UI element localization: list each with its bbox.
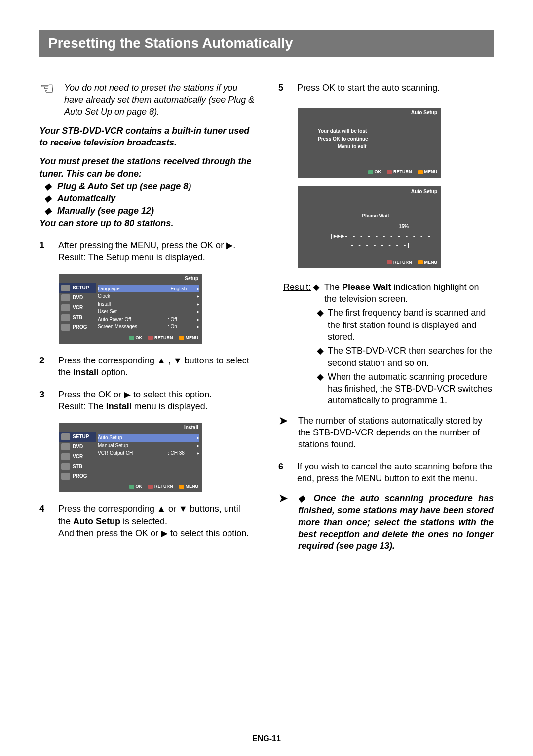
osd-header: Auto Setup: [298, 108, 441, 117]
gear-icon: [61, 285, 70, 291]
result-first: The Please Wait indication highlight on …: [324, 281, 494, 305]
step-1-line: After pressing the MENU, press the OK or…: [58, 240, 235, 250]
osd-side-vcr: VCR: [59, 303, 96, 313]
stb-icon: [61, 463, 70, 470]
result-text: The Setup menu is displayed.: [86, 252, 205, 262]
note-text: The number of stations automatically sto…: [298, 415, 494, 451]
osd-side-prog: PROG: [59, 323, 96, 332]
step-5: 5 Press OK to start the auto scanning.: [278, 82, 494, 94]
as-line: Press OK to continue: [318, 135, 433, 143]
osd-footer: OK RETURN MENU: [298, 167, 441, 178]
step-6: 6 If you wish to cancel the auto scannin…: [278, 461, 494, 485]
osd-sidebar: SETUP DVD VCR STB PROG: [59, 283, 96, 333]
step-number: 5: [278, 82, 288, 94]
right-column: 5 Press OK to start the auto scanning. A…: [278, 82, 494, 552]
stb-icon: [61, 314, 70, 321]
result-label: Result:: [283, 281, 311, 305]
result-label: Result:: [58, 252, 86, 262]
step-number: 6: [278, 461, 288, 485]
result-list: The first frequency band is scanned and …: [278, 307, 494, 406]
prog-icon: [61, 324, 70, 331]
osd-footer: RETURN MENU: [298, 257, 441, 268]
return-hint: RETURN: [148, 335, 173, 341]
osd-setup-screen: Setup SETUP DVD VCR STB PROG Language: E…: [59, 274, 202, 344]
vcr-icon: [61, 453, 70, 460]
result-item: The first frequency band is scanned and …: [317, 307, 494, 343]
osd-autosetup-progress: Auto Setup Please Wait 15% |▶▶▶- - - - -…: [298, 186, 441, 268]
result-item: The STB-DVD-VCR then searches for the se…: [317, 345, 494, 369]
method-item: Plug & Auto Set up (see page 8): [57, 180, 255, 192]
final-note-text: Once the auto scanning procedure has fin…: [298, 493, 494, 551]
after-result-note: ➤ The number of stations automatically s…: [278, 415, 494, 451]
result-item: When the automatic scanning procedure ha…: [317, 371, 494, 407]
step-2: 2 Press the corresponding ▲ , ▼ buttons …: [39, 355, 255, 379]
progress-percent: 15%: [318, 223, 433, 231]
step-text: Press the corresponding ▲ or ▼ buttons, …: [58, 503, 255, 539]
hand-icon: ☜: [39, 80, 54, 116]
osd-header: Setup: [59, 274, 202, 283]
step-number: 3: [39, 389, 49, 413]
step-text: Press the OK or ▶ to select this option.…: [58, 389, 212, 413]
hand-note: ☜ You do not need to preset the stations…: [39, 82, 255, 118]
gear-icon: [61, 433, 70, 440]
step-text: If you wish to cancel the auto scanning …: [297, 461, 494, 485]
final-note: ➤ ◆ Once the auto scanning procedure has…: [278, 492, 494, 552]
methods-list: Plug & Auto Set up (see page 8) Automati…: [39, 180, 255, 216]
intro-2: You must preset the stations received th…: [39, 155, 255, 180]
content-columns: ☜ You do not need to preset the stations…: [39, 82, 494, 552]
osd-main: Language: English▸ Clock▸ Install▸ User …: [96, 283, 202, 333]
vcr-icon: [61, 304, 70, 311]
please-wait-label: Please Wait: [318, 212, 433, 220]
result-block: Result: ◆ The Please Wait indication hig…: [278, 281, 494, 407]
intro-1: Your STB-DVD-VCR contains a built-in tun…: [39, 125, 255, 149]
diamond-bullet: ◆: [298, 493, 314, 503]
dvd-icon: [61, 294, 70, 301]
step-text: Press the corresponding ▲ , ▼ buttons to…: [58, 355, 255, 379]
progress-bar: |▶▶▶- - - - - - - - - - - - - - - - - - …: [318, 232, 433, 249]
as-line: Menu to exit: [318, 143, 433, 151]
step-number: 1: [39, 239, 49, 263]
intro-note: You do not need to preset the stations i…: [64, 82, 255, 118]
menu-hint: MENU: [179, 335, 199, 341]
step-number: 2: [39, 355, 49, 379]
osd-sidebar: SETUP DVD VCR STB PROG: [59, 432, 96, 481]
osd-footer: OK RETURN MENU: [59, 481, 202, 492]
step-text: After pressing the MENU, press the OK or…: [58, 239, 235, 263]
step-1: 1 After pressing the MENU, press the OK …: [39, 239, 255, 263]
method-item: Automatically: [57, 192, 255, 204]
store-note: You can store up to 80 stations.: [39, 217, 255, 229]
prog-icon: [61, 473, 70, 480]
as-line: Your data will be lost: [318, 127, 433, 135]
osd-header: Install: [59, 423, 202, 432]
step-4: 4 Press the corresponding ▲ or ▼ buttons…: [39, 503, 255, 539]
arrow-icon: ➤: [278, 492, 288, 552]
method-item: Manually (see page 12): [57, 205, 255, 216]
osd-side-stb: STB: [59, 313, 96, 323]
page-title: Presetting the Stations Automatically: [39, 30, 494, 57]
osd-header: Auto Setup: [298, 186, 441, 196]
osd-side-setup: SETUP: [59, 283, 96, 293]
ok-hint: OK: [129, 335, 143, 341]
osd-autosetup-confirm: Auto Setup Your data will be lost Press …: [298, 108, 441, 178]
osd-footer: OK RETURN MENU: [59, 333, 202, 344]
step-text: Press OK to start the auto scanning.: [297, 82, 440, 94]
osd-side-dvd: DVD: [59, 293, 96, 303]
dvd-icon: [61, 443, 70, 450]
left-column: ☜ You do not need to preset the stations…: [39, 82, 255, 552]
page-footer: ENG-11: [0, 734, 533, 743]
arrow-icon: ➤: [278, 415, 288, 451]
osd-install-screen: Install SETUP DVD VCR STB PROG Auto Setu…: [59, 423, 202, 492]
step-3: 3 Press the OK or ▶ to select this optio…: [39, 389, 255, 413]
step-number: 4: [39, 503, 49, 539]
